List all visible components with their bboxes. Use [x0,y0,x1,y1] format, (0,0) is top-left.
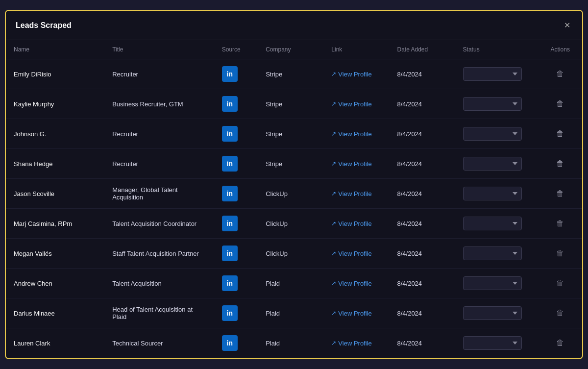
cell-source: in [214,119,258,149]
cell-company: Plaid [258,269,323,298]
status-select[interactable]: ContactedRepliedInterestedNot Interested [463,336,522,350]
view-profile-link[interactable]: ↗ View Profile [331,280,371,287]
cell-link: ↗ View Profile [323,119,389,149]
trash-icon: 🗑 [556,339,564,347]
col-header-source: Source [214,40,258,59]
delete-button[interactable]: 🗑 [552,187,568,200]
status-select[interactable]: ContactedRepliedInterestedNot Interested [463,67,522,81]
table-row: Lauren ClarkTechnical SourcerinPlaid↗ Vi… [6,328,582,358]
trash-icon: 🗑 [556,189,564,198]
delete-button[interactable]: 🗑 [552,247,568,260]
trash-icon: 🗑 [556,279,564,288]
modal-header: Leads Scraped ✕ [6,11,582,40]
cell-link: ↗ View Profile [323,209,389,239]
status-select[interactable]: ContactedRepliedInterestedNot Interested [463,306,522,320]
view-profile-link[interactable]: ↗ View Profile [331,100,371,108]
delete-button[interactable]: 🗑 [552,217,568,230]
status-select[interactable]: ContactedRepliedInterestedNot Interested [463,217,522,230]
cell-title: Talent Acquisition Coordinator [104,209,214,239]
cell-name: Darius Minaee [6,298,104,328]
cell-title: Recruiter [104,149,214,179]
status-select[interactable]: ContactedRepliedInterestedNot Interested [463,276,522,290]
linkedin-icon: in [222,275,238,291]
cell-link: ↗ View Profile [323,328,389,358]
external-link-icon: ↗ [331,100,336,107]
cell-company: ClickUp [258,179,323,209]
cell-title: Head of Talent Acquisition at Plaid [104,298,214,328]
col-header-link: Link [323,40,389,59]
linkedin-icon: in [222,186,238,201]
status-select[interactable]: ContactedRepliedInterestedNot Interested [463,246,522,260]
cell-actions: 🗑 [539,179,582,209]
cell-title: Recruiter [104,59,214,89]
linkedin-icon: in [222,66,238,82]
modal-title: Leads Scraped [16,21,72,30]
external-link-icon: ↗ [331,220,336,227]
cell-status: ContactedRepliedInterestedNot Interested [455,119,539,149]
cell-source: in [214,149,258,179]
cell-date: 8/4/2024 [389,119,455,149]
view-profile-link[interactable]: ↗ View Profile [331,250,371,257]
col-header-company: Company [258,40,323,59]
col-header-actions: Actions [539,40,582,59]
cell-actions: 🗑 [539,298,582,328]
cell-date: 8/4/2024 [389,239,455,269]
view-profile-link[interactable]: ↗ View Profile [331,160,371,168]
view-profile-link[interactable]: ↗ View Profile [331,340,371,347]
view-profile-link[interactable]: ↗ View Profile [331,220,371,227]
status-select[interactable]: ContactedRepliedInterestedNot Interested [463,97,522,111]
delete-button[interactable]: 🗑 [552,337,568,349]
linkedin-icon: in [222,96,238,112]
table-row: Emily DiRisioRecruiterinStripe↗ View Pro… [6,59,582,89]
linkedin-icon: in [222,216,238,231]
cell-company: Stripe [258,59,323,89]
delete-button[interactable]: 🗑 [552,98,568,110]
cell-source: in [214,89,258,119]
trash-icon: 🗑 [556,249,564,258]
col-header-title: Title [104,40,214,59]
view-profile-link[interactable]: ↗ View Profile [331,310,371,317]
cell-link: ↗ View Profile [323,269,389,298]
table-row: Megan VallésStaff Talent Acquisition Par… [6,239,582,269]
cell-name: Emily DiRisio [6,59,104,89]
delete-button[interactable]: 🗑 [552,277,568,290]
delete-button[interactable]: 🗑 [552,127,568,140]
cell-link: ↗ View Profile [323,179,389,209]
view-profile-link[interactable]: ↗ View Profile [331,71,371,78]
external-link-icon: ↗ [331,130,336,137]
cell-name: Marj Casimina, RPm [6,209,104,239]
cell-source: in [214,59,258,89]
trash-icon: 🗑 [556,99,564,108]
cell-source: in [214,209,258,239]
cell-actions: 🗑 [539,59,582,89]
cell-actions: 🗑 [539,149,582,179]
linkedin-icon: in [222,335,238,351]
delete-button[interactable]: 🗑 [552,307,568,320]
status-select[interactable]: ContactedRepliedInterestedNot Interested [463,127,522,141]
external-link-icon: ↗ [331,160,336,167]
external-link-icon: ↗ [331,340,336,346]
modal: Leads Scraped ✕ Name Title Source Compan… [5,10,583,359]
cell-status: ContactedRepliedInterestedNot Interested [455,298,539,328]
status-select[interactable]: ContactedRepliedInterestedNot Interested [463,187,522,200]
cell-status: ContactedRepliedInterestedNot Interested [455,59,539,89]
cell-company: Stripe [258,119,323,149]
trash-icon: 🗑 [556,219,564,228]
cell-link: ↗ View Profile [323,59,389,89]
cell-name: Lauren Clark [6,328,104,358]
external-link-icon: ↗ [331,71,336,77]
close-button[interactable]: ✕ [562,19,572,32]
delete-button[interactable]: 🗑 [552,68,568,80]
cell-date: 8/4/2024 [389,209,455,239]
cell-company: ClickUp [258,239,323,269]
cell-link: ↗ View Profile [323,89,389,119]
view-profile-link[interactable]: ↗ View Profile [331,130,371,138]
cell-name: Kaylie Murphy [6,89,104,119]
view-profile-link[interactable]: ↗ View Profile [331,190,371,197]
linkedin-icon: in [222,126,238,142]
table-row: Darius MinaeeHead of Talent Acquisition … [6,298,582,328]
status-select[interactable]: ContactedRepliedInterestedNot Interested [463,157,522,171]
cell-source: in [214,328,258,358]
delete-button[interactable]: 🗑 [552,157,568,170]
table-row: Johnson G.RecruiterinStripe↗ View Profil… [6,119,582,149]
